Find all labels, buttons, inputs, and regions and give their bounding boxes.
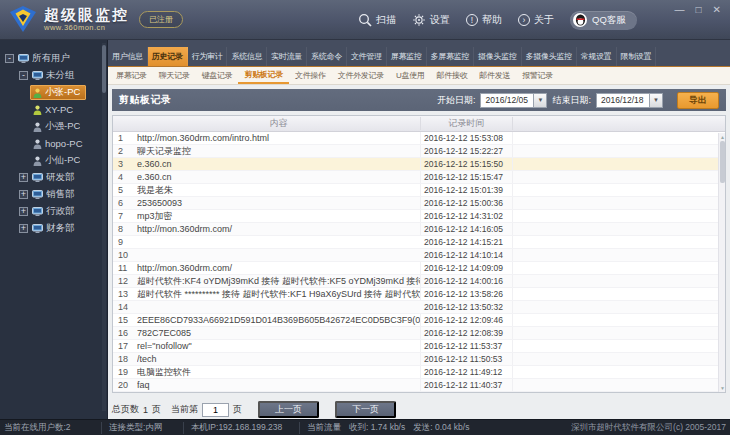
computer-item-小强-PC[interactable]: 小强-PC <box>30 119 86 134</box>
computer-item-XY-PC[interactable]: XY-PC <box>30 102 79 117</box>
row-time-cell: 2016-12-12 12:09:46 <box>421 314 513 326</box>
primary-tab-文件管理[interactable]: 文件管理 <box>347 47 387 66</box>
primary-tab-实时流量[interactable]: 实时流量 <box>267 47 307 66</box>
primary-tab-限制设置[interactable]: 限制设置 <box>617 47 657 66</box>
computer-item-小仙-PC[interactable]: 小仙-PC <box>30 153 86 168</box>
table-row[interactable]: 7mp3加密2016-12-12 14:31:02 <box>113 210 725 223</box>
table-row[interactable]: 3e.360.cn2016-12-12 15:15:50 <box>113 158 725 171</box>
primary-tab-屏幕监控[interactable]: 屏幕监控 <box>387 47 427 66</box>
content-area: 剪贴板记录 开始日期: 2016/12/05 ▼ 结束日期: 2016/12/1… <box>108 85 730 419</box>
primary-tab-常规设置[interactable]: 常规设置 <box>577 47 617 66</box>
secondary-tab-U盘使用[interactable]: U盘使用 <box>390 67 431 84</box>
secondary-tab-报警记录[interactable]: 报警记录 <box>516 67 559 84</box>
export-button[interactable]: 导出 <box>677 92 719 109</box>
sidebar-scrollbar[interactable] <box>102 43 106 411</box>
collapse-icon[interactable]: - <box>19 71 28 80</box>
row-index-cell: 3 <box>113 158 137 170</box>
scroll-up-icon[interactable]: ▲ <box>719 133 726 141</box>
scroll-down-icon[interactable]: ▼ <box>719 384 726 392</box>
table-row[interactable]: 142016-12-12 13:50:32 <box>113 301 725 314</box>
maximize-button[interactable]: □ <box>696 5 702 15</box>
secondary-tab-剪贴板记录[interactable]: 剪贴板记录 <box>238 67 289 84</box>
table-row[interactable]: 12超时代软件:KF4 oYDMj39mKd 接待 超时代软件:KF5 oYDM… <box>113 275 725 288</box>
sidebar: -所有用户-未分组小张-PCXY-PC小强-PChopo-PC小仙-PC+研发部… <box>0 40 108 419</box>
help-button[interactable]: ! 帮助 <box>466 13 502 27</box>
table-scrollbar[interactable]: ▲ ▼ <box>718 133 725 392</box>
row-content-cell: /tech <box>137 353 421 365</box>
table-row[interactable]: 5我是老朱2016-12-12 15:01:39 <box>113 184 725 197</box>
tree-item-label[interactable]: 财务部 <box>46 222 75 235</box>
settings-button[interactable]: 设置 <box>412 13 450 27</box>
row-time-cell: 2016-12-12 11:53:37 <box>421 340 513 352</box>
secondary-tab-邮件发送[interactable]: 邮件发送 <box>473 67 516 84</box>
minimize-button[interactable]: — <box>675 5 685 15</box>
table-scroll-thumb[interactable] <box>720 141 725 183</box>
user-icon <box>33 156 42 166</box>
prev-page-button[interactable]: 上一页 <box>258 401 319 418</box>
table-row[interactable]: 62536500932016-12-12 15:00:36 <box>113 197 725 210</box>
qq-support-button[interactable]: QQ客服 <box>570 11 637 30</box>
table-row[interactable]: 11http://mon.360drm.com/2016-12-12 14:09… <box>113 262 725 275</box>
table-row[interactable]: 20faq2016-12-12 11:40:37 <box>113 379 725 392</box>
expand-icon[interactable]: + <box>19 190 28 199</box>
primary-tab-用户信息[interactable]: 用户信息 <box>108 47 148 66</box>
expand-icon[interactable]: + <box>19 173 28 182</box>
table-row[interactable]: 17rel="nofollow"2016-12-12 11:53:37 <box>113 340 725 353</box>
app-title: 超级眼监控 <box>44 7 129 22</box>
table-row[interactable]: 2聊天记录监控2016-12-12 15:22:27 <box>113 145 725 158</box>
computer-item-小张-PC[interactable]: 小张-PC <box>30 85 86 100</box>
primary-tab-多摄像头监控[interactable]: 多摄像头监控 <box>522 47 577 66</box>
primary-tab-摄像头监控[interactable]: 摄像头监控 <box>474 47 522 66</box>
sidebar-scroll-thumb[interactable] <box>102 45 106 93</box>
tree-item-label[interactable]: 研发部 <box>46 171 75 184</box>
table-row[interactable]: 4e.360.cn2016-12-12 15:15:47 <box>113 171 725 184</box>
primary-tab-历史记录[interactable]: 历史记录 <box>148 47 188 66</box>
tree-item-label[interactable]: 销售部 <box>46 188 75 201</box>
table-row[interactable]: 16782C7EC0852016-12-12 12:08:39 <box>113 327 725 340</box>
table-row[interactable]: 1http://mon.360drm.com/intro.html2016-12… <box>113 132 725 145</box>
tree-item-label[interactable]: 未分组 <box>46 69 75 82</box>
secondary-tab-文件外发记录[interactable]: 文件外发记录 <box>332 67 390 84</box>
row-index-cell: 7 <box>113 210 137 222</box>
row-content-cell: 253650093 <box>137 197 421 209</box>
expand-icon[interactable]: + <box>19 224 28 233</box>
primary-tab-系统信息[interactable]: 系统信息 <box>227 47 267 66</box>
expand-icon[interactable]: + <box>19 207 28 216</box>
secondary-tab-屏幕记录[interactable]: 屏幕记录 <box>110 67 153 84</box>
row-index-cell: 1 <box>113 132 137 144</box>
table-row[interactable]: 102016-12-12 14:10:14 <box>113 249 725 262</box>
chevron-down-icon[interactable]: ▼ <box>649 94 662 107</box>
table-row[interactable]: 13超时代软件 ********** 接待 超时代软件:KF1 H9aX6ySU… <box>113 288 725 301</box>
computer-item-hopo-PC[interactable]: hopo-PC <box>30 136 89 151</box>
computer-icon <box>32 224 43 234</box>
current-page-input[interactable] <box>202 403 229 417</box>
row-time-cell: 2016-12-12 14:15:21 <box>421 236 513 248</box>
tree-item-label[interactable]: 行政部 <box>46 205 75 218</box>
table-row[interactable]: 152EEE86CD7933A66921D591D014B369B605B426… <box>113 314 725 327</box>
user-tree: -所有用户-未分组小张-PCXY-PC小强-PChopo-PC小仙-PC+研发部… <box>0 50 107 237</box>
table-row[interactable]: 19电脑监控软件2016-12-12 11:49:12 <box>113 366 725 379</box>
end-date-select[interactable]: 2016/12/18 ▼ <box>596 93 663 108</box>
secondary-tab-文件操作[interactable]: 文件操作 <box>289 67 332 84</box>
collapse-icon[interactable]: - <box>5 54 14 63</box>
table-header: 内容 记录时间 <box>113 116 725 132</box>
close-button[interactable]: ✕ <box>713 5 721 15</box>
secondary-tab-键盘记录[interactable]: 键盘记录 <box>196 67 239 84</box>
start-date-select[interactable]: 2016/12/05 ▼ <box>480 93 547 108</box>
table-row[interactable]: 18/tech2016-12-12 11:50:53 <box>113 353 725 366</box>
about-button[interactable]: › 关于 <box>518 13 554 27</box>
scan-button[interactable]: 扫描 <box>358 13 396 27</box>
next-page-button[interactable]: 下一页 <box>335 401 396 418</box>
secondary-tab-聊天记录[interactable]: 聊天记录 <box>153 67 196 84</box>
table-row[interactable]: 8http://mon.360drm.com/2016-12-12 14:16:… <box>113 223 725 236</box>
secondary-tab-邮件接收[interactable]: 邮件接收 <box>431 67 474 84</box>
tree-item-label[interactable]: 所有用户 <box>32 52 70 65</box>
chevron-down-icon[interactable]: ▼ <box>533 94 546 107</box>
row-index-cell: 8 <box>113 223 137 235</box>
table-row[interactable]: 92016-12-12 14:15:21 <box>113 236 725 249</box>
primary-tab-行为审计[interactable]: 行为审计 <box>188 47 228 66</box>
row-time-cell: 2016-12-12 14:16:05 <box>421 223 513 235</box>
primary-tab-系统命令[interactable]: 系统命令 <box>307 47 347 66</box>
row-time-cell: 2016-12-12 14:00:16 <box>421 275 513 287</box>
primary-tab-多屏幕监控[interactable]: 多屏幕监控 <box>427 47 475 66</box>
